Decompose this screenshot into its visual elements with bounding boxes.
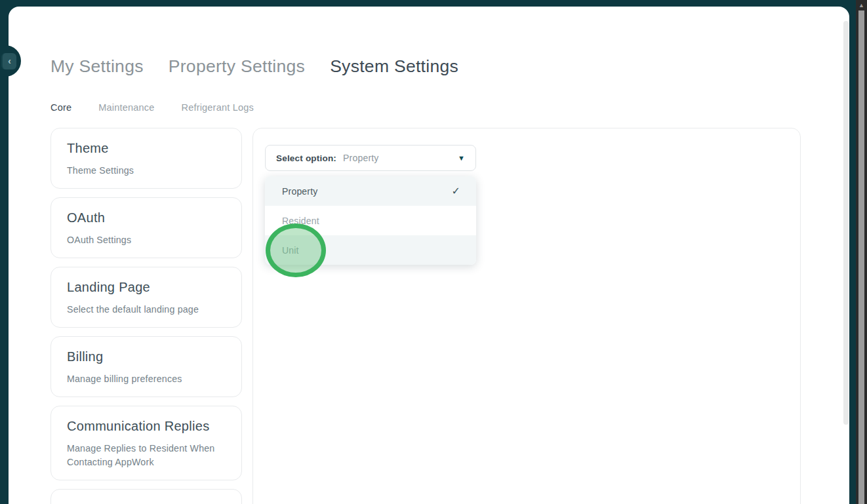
settings-card-oauth[interactable]: OAuth OAuth Settings <box>50 197 242 258</box>
tab-system-settings[interactable]: System Settings <box>330 56 458 77</box>
select-label: Select option: <box>276 153 336 163</box>
dropdown-option-property[interactable]: Property ✓ <box>265 176 476 206</box>
subtab-maintenance[interactable]: Maintenance <box>98 102 154 113</box>
settings-card-theme[interactable]: Theme Theme Settings <box>50 128 242 189</box>
chevron-down-icon: ▼ <box>458 155 465 162</box>
settings-card-list: Theme Theme Settings OAuth OAuth Setting… <box>50 128 242 504</box>
theme-settings-panel: Select option: Property ▼ Property ✓ Res… <box>252 128 801 504</box>
card-title: Theme <box>67 139 226 157</box>
card-title: Communication Replies <box>67 417 226 435</box>
subtab-refrigerant-logs[interactable]: Refrigerant Logs <box>181 102 253 113</box>
option-label: Unit <box>282 245 299 256</box>
collapse-sidebar-button[interactable]: ‹ <box>1 53 16 69</box>
check-icon: ✓ <box>451 186 460 197</box>
dropdown-menu: Property ✓ Resident Unit <box>265 176 476 265</box>
subtab-core[interactable]: Core <box>50 102 71 113</box>
option-label: Resident <box>282 216 319 226</box>
browser-scrollbar-thumb[interactable] <box>858 10 864 504</box>
card-title: OAuth <box>67 208 226 227</box>
card-subtitle: Theme Settings <box>67 164 226 178</box>
card-subtitle: Select the default landing page <box>67 303 226 317</box>
settings-card-billing[interactable]: Billing Manage billing preferences <box>50 336 242 397</box>
card-title: Landing Page <box>67 278 226 296</box>
settings-tabs: My Settings Property Settings System Set… <box>50 56 458 77</box>
dropdown-option-resident[interactable]: Resident <box>265 206 476 235</box>
core-settings-content: Theme Theme Settings OAuth OAuth Setting… <box>50 128 801 504</box>
card-subtitle: Manage Replies to Resident When Contacti… <box>67 442 226 469</box>
page-scrollbar-thumb[interactable] <box>843 21 849 425</box>
card-subtitle: OAuth Settings <box>67 233 226 247</box>
card-subtitle: Manage billing preferences <box>67 372 226 386</box>
browser-scrollbar[interactable]: ▲ <box>856 0 867 504</box>
chevron-left-icon: ‹ <box>8 56 11 66</box>
select-option-dropdown[interactable]: Select option: Property ▼ <box>265 145 476 171</box>
tab-my-settings[interactable]: My Settings <box>50 56 144 77</box>
card-title: Property Groups <box>67 500 226 504</box>
select-value: Property <box>343 153 379 163</box>
card-title: Billing <box>67 347 226 366</box>
settings-card-landing-page[interactable]: Landing Page Select the default landing … <box>50 267 242 328</box>
settings-card-communication-replies[interactable]: Communication Replies Manage Replies to … <box>50 406 242 480</box>
scroll-up-icon[interactable]: ▲ <box>856 1 867 9</box>
tab-property-settings[interactable]: Property Settings <box>169 56 305 77</box>
option-label: Property <box>282 186 318 197</box>
system-settings-subtabs: Core Maintenance Refrigerant Logs <box>50 102 254 113</box>
settings-page: My Settings Property Settings System Set… <box>9 7 849 504</box>
settings-card-property-groups[interactable]: Property Groups <box>50 489 242 504</box>
dropdown-option-unit[interactable]: Unit <box>265 235 476 265</box>
